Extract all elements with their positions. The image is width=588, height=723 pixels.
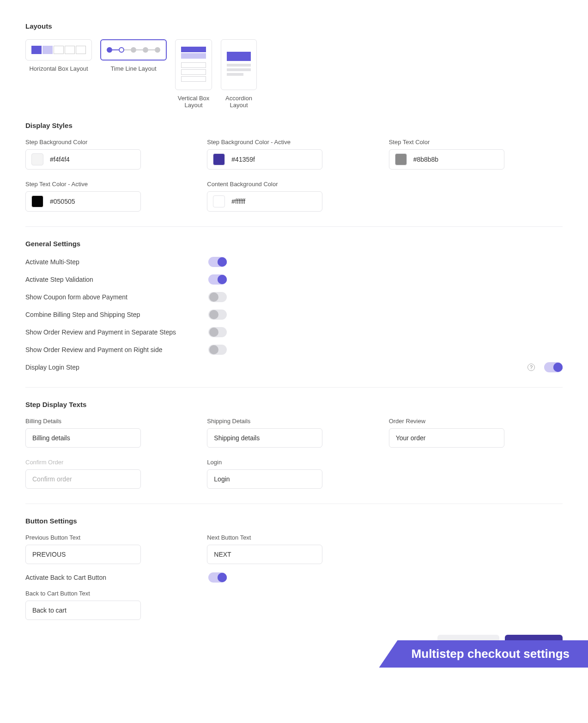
field-label: Content Background Color: [207, 181, 352, 188]
layout-option-horizontal-box[interactable]: Horizontal Box Layout: [25, 39, 92, 72]
layout-label: Vertical Box Layout: [175, 95, 212, 109]
field-step-text: Step Text Color #8b8b8b: [389, 139, 533, 170]
general-settings-heading: General Settings: [25, 240, 563, 248]
color-value: #41359f: [231, 156, 255, 163]
general-setting-label: Show Coupon form above Payment: [25, 293, 201, 301]
general-setting-toggle[interactable]: [208, 310, 227, 320]
field-label: Step Text Color - Active: [25, 181, 170, 188]
layout-card[interactable]: [175, 39, 212, 90]
help-icon[interactable]: ?: [527, 364, 535, 371]
confirm-order-input: [25, 469, 141, 489]
layout-label: Horizontal Box Layout: [29, 65, 88, 72]
general-setting-label: Activate Multi-Step: [25, 258, 201, 266]
general-setting-toggle[interactable]: [208, 274, 227, 285]
general-setting-label: Combine Billing Step and Shipping Step: [25, 311, 201, 318]
field-label: Next Button Text: [207, 534, 352, 541]
shipping-details-input[interactable]: [207, 428, 322, 448]
color-input-step-bg-active[interactable]: #41359f: [207, 149, 322, 170]
button-settings-heading: Button Settings: [25, 517, 563, 525]
field-step-text-active: Step Text Color - Active #050505: [25, 181, 170, 212]
divider: [25, 387, 563, 388]
field-label: Billing Details: [25, 418, 170, 425]
field-billing-details: Billing Details: [25, 418, 170, 448]
layout-card[interactable]: [100, 39, 167, 61]
color-value: #050505: [50, 198, 75, 205]
field-shipping-details: Shipping Details: [207, 418, 352, 448]
general-setting-label: Show Order Review and Payment in Separat…: [25, 328, 201, 336]
general-setting-label: Show Order Review and Payment on Right s…: [25, 346, 201, 353]
field-step-bg: Step Background Color #f4f4f4: [25, 139, 170, 170]
color-swatch[interactable]: [31, 195, 43, 207]
field-label: Previous Button Text: [25, 534, 170, 541]
login-input[interactable]: [207, 469, 322, 489]
general-setting-row: Activate Step Validation: [25, 274, 563, 285]
general-setting-row: Combine Billing Step and Shipping Step: [25, 310, 563, 320]
next-button-text-input[interactable]: [207, 545, 322, 564]
color-value: #ffffff: [231, 198, 245, 205]
general-setting-label: Activate Step Validation: [25, 276, 201, 283]
color-swatch[interactable]: [395, 153, 407, 165]
step-display-texts-heading: Step Display Texts: [25, 401, 563, 408]
field-label: Order Review: [389, 418, 533, 425]
color-input-content-bg[interactable]: #ffffff: [207, 191, 322, 212]
field-label: Step Background Color - Active: [207, 139, 352, 146]
layout-option-vertical-box[interactable]: Vertical Box Layout: [175, 39, 212, 109]
general-setting-toggle[interactable]: [208, 292, 227, 302]
field-order-review: Order Review: [389, 418, 533, 448]
field-content-bg: Content Background Color #ffffff: [207, 181, 352, 212]
layout-label: Time Line Layout: [110, 65, 156, 72]
field-label: Step Background Color: [25, 139, 170, 146]
color-swatch[interactable]: [31, 153, 43, 165]
timeline-icon: [107, 47, 160, 53]
general-setting-toggle[interactable]: [544, 362, 563, 372]
layout-card[interactable]: [221, 39, 257, 90]
general-setting-toggle[interactable]: [208, 345, 227, 355]
general-setting-row: Show Order Review and Payment on Right s…: [25, 345, 563, 355]
field-label: Shipping Details: [207, 418, 352, 425]
layout-option-timeline[interactable]: Time Line Layout: [100, 39, 167, 72]
divider: [25, 504, 563, 504]
general-setting-toggle[interactable]: [208, 327, 227, 337]
color-input-step-text[interactable]: #8b8b8b: [389, 149, 504, 170]
general-setting-row: Show Coupon form above Payment: [25, 292, 563, 302]
color-value: #8b8b8b: [413, 156, 439, 163]
field-login: Login: [207, 459, 352, 489]
color-swatch[interactable]: [213, 153, 225, 165]
color-value: #f4f4f4: [50, 156, 70, 163]
field-label: Back to Cart Button Text: [25, 590, 563, 597]
divider: [25, 226, 563, 227]
layouts-heading: Layouts: [25, 22, 563, 30]
layout-option-accordion[interactable]: Accordion Layout: [220, 39, 257, 109]
general-setting-row: Display Login Step?: [25, 362, 563, 372]
field-confirm-order: Confirm Order: [25, 459, 170, 489]
layout-label: Accordion Layout: [220, 95, 257, 109]
horizontal-box-icon: [31, 46, 86, 54]
field-label: Step Text Color: [389, 139, 533, 146]
activate-back-to-cart-toggle[interactable]: [208, 572, 227, 583]
color-input-step-bg[interactable]: #f4f4f4: [25, 149, 141, 170]
general-setting-row: Activate Multi-Step: [25, 257, 563, 267]
billing-details-input[interactable]: [25, 428, 141, 448]
general-setting-label: Display Login Step: [25, 364, 201, 371]
field-back-to-cart-text: Back to Cart Button Text: [25, 590, 563, 620]
overlay-banner: Multistep checkout settings: [379, 640, 588, 668]
vertical-box-icon: [181, 47, 206, 83]
general-setting-toggle[interactable]: [208, 257, 227, 267]
color-input-step-text-active[interactable]: #050505: [25, 191, 141, 212]
previous-button-text-input[interactable]: [25, 545, 141, 564]
field-label: Confirm Order: [25, 459, 170, 466]
activate-back-to-cart-label: Activate Back to Cart Button: [25, 574, 201, 581]
back-to-cart-text-input[interactable]: [25, 601, 141, 620]
field-label: Login: [207, 459, 352, 466]
field-step-bg-active: Step Background Color - Active #41359f: [207, 139, 352, 170]
order-review-input[interactable]: [389, 428, 504, 448]
display-styles-heading: Display Styles: [25, 122, 563, 129]
layout-card[interactable]: [25, 39, 92, 61]
field-next-button-text: Next Button Text: [207, 534, 352, 564]
field-previous-button-text: Previous Button Text: [25, 534, 170, 564]
color-swatch[interactable]: [213, 195, 225, 207]
general-setting-row: Show Order Review and Payment in Separat…: [25, 327, 563, 337]
accordion-icon: [227, 52, 251, 78]
